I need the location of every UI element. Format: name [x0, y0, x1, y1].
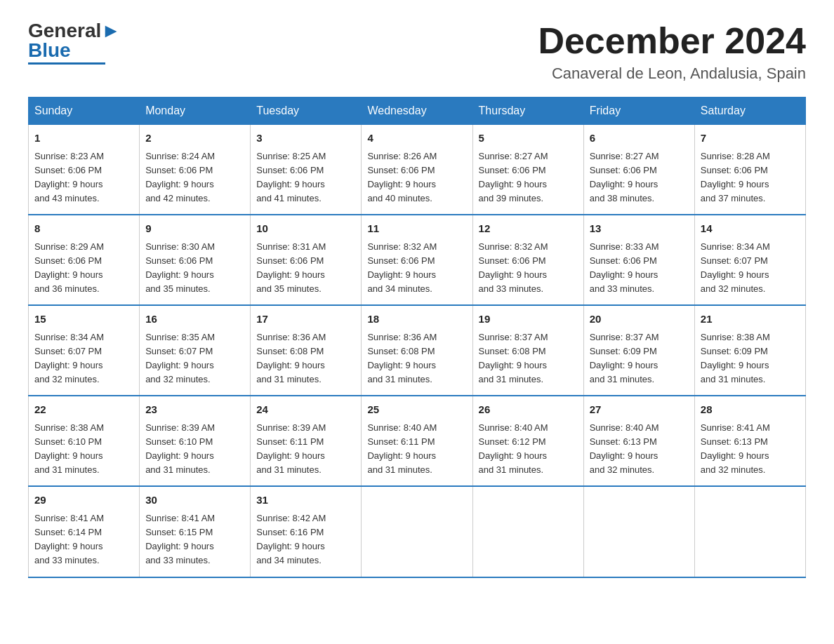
calendar-table: Sunday Monday Tuesday Wednesday Thursday… [28, 97, 806, 577]
header-monday: Monday [140, 98, 251, 125]
day-number: 1 [34, 130, 133, 147]
day-info: Sunrise: 8:39 AMSunset: 6:11 PMDaylight:… [256, 422, 326, 475]
calendar-cell: 25 Sunrise: 8:40 AMSunset: 6:11 PMDaylig… [362, 396, 472, 486]
day-info: Sunrise: 8:42 AMSunset: 6:16 PMDaylight:… [256, 513, 326, 565]
day-info: Sunrise: 8:29 AMSunset: 6:06 PMDaylight:… [34, 241, 104, 294]
day-info: Sunrise: 8:38 AMSunset: 6:10 PMDaylight:… [34, 422, 104, 475]
day-number: 27 [590, 402, 689, 418]
day-number: 23 [145, 402, 244, 418]
header-thursday: Thursday [472, 98, 583, 125]
day-info: Sunrise: 8:40 AMSunset: 6:12 PMDaylight:… [479, 422, 548, 475]
day-number: 26 [479, 402, 578, 418]
day-number: 8 [34, 221, 133, 237]
header-friday: Friday [583, 98, 694, 125]
day-number: 18 [367, 311, 466, 328]
weekday-header-row: Sunday Monday Tuesday Wednesday Thursday… [29, 98, 806, 125]
calendar-cell: 18 Sunrise: 8:36 AMSunset: 6:08 PMDaylig… [362, 305, 472, 396]
day-number: 19 [479, 311, 578, 328]
day-info: Sunrise: 8:34 AMSunset: 6:07 PMDaylight:… [701, 241, 770, 294]
day-info: Sunrise: 8:27 AMSunset: 6:06 PMDaylight:… [590, 151, 659, 203]
day-info: Sunrise: 8:36 AMSunset: 6:08 PMDaylight:… [367, 332, 437, 384]
logo-underline [28, 62, 105, 65]
day-info: Sunrise: 8:41 AMSunset: 6:13 PMDaylight:… [701, 422, 770, 475]
day-info: Sunrise: 8:36 AMSunset: 6:08 PMDaylight:… [256, 332, 326, 384]
day-number: 31 [256, 492, 355, 509]
day-number: 11 [367, 221, 466, 237]
day-info: Sunrise: 8:41 AMSunset: 6:14 PMDaylight:… [34, 513, 104, 565]
calendar-cell: 23 Sunrise: 8:39 AMSunset: 6:10 PMDaylig… [140, 396, 251, 486]
calendar-cell: 2 Sunrise: 8:24 AMSunset: 6:06 PMDayligh… [140, 125, 251, 215]
calendar-week-row: 29 Sunrise: 8:41 AMSunset: 6:14 PMDaylig… [29, 486, 806, 577]
calendar-week-row: 15 Sunrise: 8:34 AMSunset: 6:07 PMDaylig… [29, 305, 806, 396]
day-info: Sunrise: 8:27 AMSunset: 6:06 PMDaylight:… [479, 151, 548, 203]
calendar-cell: 11 Sunrise: 8:32 AMSunset: 6:06 PMDaylig… [362, 215, 472, 305]
day-number: 12 [479, 221, 578, 237]
day-number: 5 [479, 130, 578, 147]
calendar-cell: 1 Sunrise: 8:23 AMSunset: 6:06 PMDayligh… [29, 125, 140, 215]
calendar-cell [362, 486, 472, 577]
header-sunday: Sunday [29, 98, 140, 125]
day-number: 29 [34, 492, 133, 509]
calendar-cell: 5 Sunrise: 8:27 AMSunset: 6:06 PMDayligh… [472, 125, 583, 215]
day-number: 13 [590, 221, 689, 237]
calendar-cell: 3 Sunrise: 8:25 AMSunset: 6:06 PMDayligh… [251, 125, 362, 215]
calendar-body: 1 Sunrise: 8:23 AMSunset: 6:06 PMDayligh… [29, 125, 806, 577]
calendar-cell: 7 Sunrise: 8:28 AMSunset: 6:06 PMDayligh… [694, 125, 805, 215]
calendar-cell: 24 Sunrise: 8:39 AMSunset: 6:11 PMDaylig… [251, 396, 362, 486]
day-info: Sunrise: 8:39 AMSunset: 6:10 PMDaylight:… [145, 422, 215, 475]
calendar-cell: 4 Sunrise: 8:26 AMSunset: 6:06 PMDayligh… [362, 125, 472, 215]
calendar-week-row: 8 Sunrise: 8:29 AMSunset: 6:06 PMDayligh… [29, 215, 806, 305]
location-title: Canaveral de Leon, Andalusia, Spain [538, 65, 806, 83]
calendar-cell: 10 Sunrise: 8:31 AMSunset: 6:06 PMDaylig… [251, 215, 362, 305]
day-info: Sunrise: 8:33 AMSunset: 6:06 PMDaylight:… [590, 241, 659, 294]
day-number: 9 [145, 221, 244, 237]
day-info: Sunrise: 8:32 AMSunset: 6:06 PMDaylight:… [479, 241, 548, 294]
calendar-cell [583, 486, 694, 577]
day-info: Sunrise: 8:37 AMSunset: 6:08 PMDaylight:… [479, 332, 548, 384]
day-info: Sunrise: 8:38 AMSunset: 6:09 PMDaylight:… [701, 332, 770, 384]
day-number: 17 [256, 311, 355, 328]
day-info: Sunrise: 8:37 AMSunset: 6:09 PMDaylight:… [590, 332, 659, 384]
header-tuesday: Tuesday [251, 98, 362, 125]
calendar-week-row: 1 Sunrise: 8:23 AMSunset: 6:06 PMDayligh… [29, 125, 806, 215]
calendar-cell: 26 Sunrise: 8:40 AMSunset: 6:12 PMDaylig… [472, 396, 583, 486]
calendar-cell: 16 Sunrise: 8:35 AMSunset: 6:07 PMDaylig… [140, 305, 251, 396]
calendar-cell [694, 486, 805, 577]
day-info: Sunrise: 8:40 AMSunset: 6:11 PMDaylight:… [367, 422, 437, 475]
day-number: 20 [590, 311, 689, 328]
day-number: 24 [256, 402, 355, 418]
day-number: 3 [256, 130, 355, 147]
day-number: 25 [367, 402, 466, 418]
calendar-cell: 17 Sunrise: 8:36 AMSunset: 6:08 PMDaylig… [251, 305, 362, 396]
calendar-cell: 12 Sunrise: 8:32 AMSunset: 6:06 PMDaylig… [472, 215, 583, 305]
calendar-header: Sunday Monday Tuesday Wednesday Thursday… [29, 98, 806, 125]
calendar-cell: 13 Sunrise: 8:33 AMSunset: 6:06 PMDaylig… [583, 215, 694, 305]
header-saturday: Saturday [694, 98, 805, 125]
calendar-cell: 14 Sunrise: 8:34 AMSunset: 6:07 PMDaylig… [694, 215, 805, 305]
day-number: 21 [701, 311, 800, 328]
day-info: Sunrise: 8:32 AMSunset: 6:06 PMDaylight:… [367, 241, 437, 294]
day-number: 30 [145, 492, 244, 509]
calendar-cell: 27 Sunrise: 8:40 AMSunset: 6:13 PMDaylig… [583, 396, 694, 486]
calendar-cell: 22 Sunrise: 8:38 AMSunset: 6:10 PMDaylig… [29, 396, 140, 486]
logo-blue-text: Blue [28, 39, 71, 61]
calendar-cell: 8 Sunrise: 8:29 AMSunset: 6:06 PMDayligh… [29, 215, 140, 305]
calendar-cell: 19 Sunrise: 8:37 AMSunset: 6:08 PMDaylig… [472, 305, 583, 396]
calendar-cell [472, 486, 583, 577]
day-number: 7 [701, 130, 800, 147]
calendar-week-row: 22 Sunrise: 8:38 AMSunset: 6:10 PMDaylig… [29, 396, 806, 486]
logo: General ► Blue [28, 21, 121, 65]
calendar-cell: 15 Sunrise: 8:34 AMSunset: 6:07 PMDaylig… [29, 305, 140, 396]
day-info: Sunrise: 8:34 AMSunset: 6:07 PMDaylight:… [34, 332, 104, 384]
day-info: Sunrise: 8:24 AMSunset: 6:06 PMDaylight:… [145, 151, 215, 203]
calendar-cell: 31 Sunrise: 8:42 AMSunset: 6:16 PMDaylig… [251, 486, 362, 577]
day-info: Sunrise: 8:31 AMSunset: 6:06 PMDaylight:… [256, 241, 326, 294]
day-number: 6 [590, 130, 689, 147]
day-info: Sunrise: 8:30 AMSunset: 6:06 PMDaylight:… [145, 241, 215, 294]
calendar-cell: 21 Sunrise: 8:38 AMSunset: 6:09 PMDaylig… [694, 305, 805, 396]
calendar-cell: 20 Sunrise: 8:37 AMSunset: 6:09 PMDaylig… [583, 305, 694, 396]
calendar-cell: 28 Sunrise: 8:41 AMSunset: 6:13 PMDaylig… [694, 396, 805, 486]
day-number: 14 [701, 221, 800, 237]
day-number: 15 [34, 311, 133, 328]
calendar-cell: 9 Sunrise: 8:30 AMSunset: 6:06 PMDayligh… [140, 215, 251, 305]
